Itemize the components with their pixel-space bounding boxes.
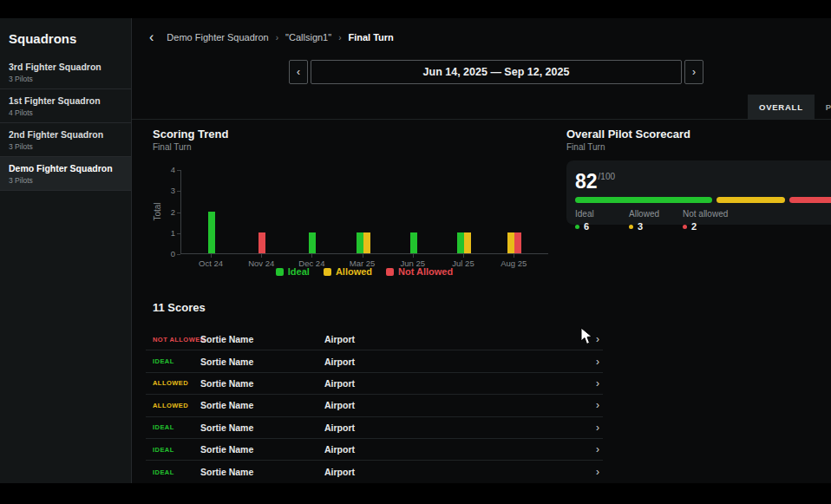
scorecard-title: Overall Pilot Scorecard	[566, 128, 690, 141]
scorecard-stat: Ideal6	[575, 209, 629, 232]
squadron-name: 2nd Fighter Squadron	[9, 129, 122, 140]
chevron-right-icon: ›	[587, 422, 603, 434]
stat-label: Allowed	[629, 209, 683, 219]
airport-name: Airport	[324, 357, 587, 367]
stat-count: 2	[691, 221, 697, 232]
pilot-scorecard: 82/100 Ideal6Allowed3Not allowed2	[566, 160, 831, 225]
bar-not-allowed	[258, 232, 265, 253]
sortie-name: Sortie Name	[200, 467, 324, 477]
bar-ideal	[410, 232, 417, 253]
score-value: 82	[575, 170, 598, 193]
legend-swatch-ideal	[276, 268, 284, 276]
x-tick-mark	[413, 254, 414, 258]
mouse-cursor	[579, 327, 597, 346]
sidebar-title: Squadrons	[0, 18, 131, 56]
y-axis-label: Total	[153, 202, 162, 220]
score-row[interactable]: ALLOWEDSortie NameAirport›	[146, 373, 603, 395]
stat-label: Ideal	[575, 209, 629, 219]
chevron-right-icon: ›	[587, 399, 603, 411]
squadron-name: 1st Fighter Squadron	[9, 95, 122, 106]
x-tick-mark	[463, 254, 464, 258]
bar-not-allowed	[514, 232, 521, 253]
score-row[interactable]: IDEALSortie NameAirport›	[146, 350, 603, 372]
squadron-name: Demo Fighter Squadron	[9, 163, 122, 173]
x-tick-mark	[261, 254, 262, 258]
y-tick-mark	[177, 233, 180, 234]
bar-ideal	[208, 212, 215, 254]
chevron-right-icon: ›	[587, 377, 603, 389]
bar-ideal	[357, 232, 363, 253]
stat-dot	[575, 225, 579, 229]
score-row[interactable]: IDEALSortie NameAirport›	[146, 417, 603, 439]
sortie-name: Sortie Name	[200, 400, 324, 410]
bar-ideal	[309, 232, 316, 253]
score-row[interactable]: NOT ALLOWEDSortie NameAirport›	[146, 329, 603, 350]
chevron-right-icon: ›	[587, 443, 603, 455]
stat-label: Not allowed	[683, 209, 728, 219]
score-max: /100	[599, 172, 615, 181]
score-status-badge: IDEAL	[153, 446, 200, 454]
scores-list: NOT ALLOWEDSortie NameAirport›IDEALSorti…	[146, 329, 603, 483]
x-tick-mark	[211, 254, 212, 258]
legend-item-allowed: Allowed	[324, 266, 372, 277]
score-row[interactable]: ALLOWEDSortie NameAirport›	[146, 395, 603, 416]
score-stats: Ideal6Allowed3Not allowed2	[575, 209, 831, 232]
squadron-item-1[interactable]: 3rd Fighter Squadron3 Pilots	[0, 56, 131, 89]
legend-swatch-allowed	[324, 268, 331, 276]
sortie-name: Sortie Name	[200, 422, 324, 433]
stat-count: 3	[638, 221, 643, 232]
scorebar-segment-ideal	[575, 197, 712, 203]
squadron-list: 3rd Fighter Squadron3 Pilots1st Fighter …	[0, 56, 131, 191]
x-tick-mark	[363, 254, 363, 258]
stat-value-row: 3	[629, 221, 683, 232]
score-status-badge: ALLOWED	[153, 402, 200, 409]
stat-count: 6	[584, 221, 589, 232]
scorecard-stat: Not allowed2	[683, 209, 728, 232]
main-panel: ‹ Demo Fighter Squadron›"Callsign1"›Fina…	[132, 18, 831, 483]
airport-name: Airport	[324, 467, 587, 477]
squadron-pilot-count: 3 Pilots	[9, 176, 122, 185]
stat-dot	[683, 225, 687, 229]
stat-dot	[629, 225, 633, 229]
legend-label: Ideal	[288, 266, 310, 277]
squadron-name: 3rd Fighter Squadron	[9, 62, 122, 72]
stat-value-row: 6	[575, 221, 629, 232]
y-tick-mark	[177, 170, 180, 171]
y-tick-label: 0	[149, 249, 175, 259]
score-value-row: 82/100	[575, 167, 831, 193]
stat-value-row: 2	[683, 221, 728, 232]
chart-legend: IdealAllowedNot Allowed	[180, 266, 548, 277]
squadron-pilot-count: 4 Pilots	[9, 108, 122, 117]
airport-name: Airport	[324, 444, 587, 455]
score-row[interactable]: IDEALSortie NameAirport›	[146, 439, 603, 461]
score-status-badge: ALLOWED	[153, 379, 200, 387]
chart-plot-area	[180, 170, 548, 254]
airport-name: Airport	[324, 400, 587, 410]
scorebar-segment-allowed	[716, 197, 785, 203]
score-status-badge: IDEAL	[153, 423, 200, 431]
legend-swatch-not-allowed	[386, 268, 394, 276]
y-tick-label: 4	[149, 165, 175, 174]
scores-heading: 11 Scores	[153, 301, 206, 314]
legend-item-ideal: Ideal	[276, 266, 310, 277]
score-status-badge: IDEAL	[153, 468, 200, 476]
squadron-pilot-count: 3 Pilots	[9, 75, 122, 83]
squadron-item-2[interactable]: 1st Fighter Squadron4 Pilots	[0, 89, 131, 123]
y-tick-mark	[177, 254, 180, 255]
sortie-name: Sortie Name	[200, 357, 324, 367]
y-tick-mark	[177, 191, 180, 192]
bar-ideal	[457, 232, 464, 253]
squadron-item-4[interactable]: Demo Fighter Squadron3 Pilots	[0, 157, 131, 191]
x-tick-mark	[311, 254, 312, 258]
x-tick-mark	[514, 254, 514, 258]
y-tick-label: 3	[149, 186, 175, 195]
squadron-item-3[interactable]: 2nd Fighter Squadron3 Pilots	[0, 123, 131, 157]
score-status-badge: IDEAL	[153, 357, 200, 365]
scorecard-subtitle: Final Turn	[566, 142, 605, 152]
score-row[interactable]: IDEALSortie NameAirport›	[146, 461, 603, 482]
y-tick-mark	[177, 213, 180, 213]
scorecard-stat: Allowed3	[629, 209, 683, 232]
bar-allowed	[363, 232, 370, 253]
bar-allowed	[464, 232, 471, 253]
chevron-right-icon: ›	[587, 356, 603, 368]
